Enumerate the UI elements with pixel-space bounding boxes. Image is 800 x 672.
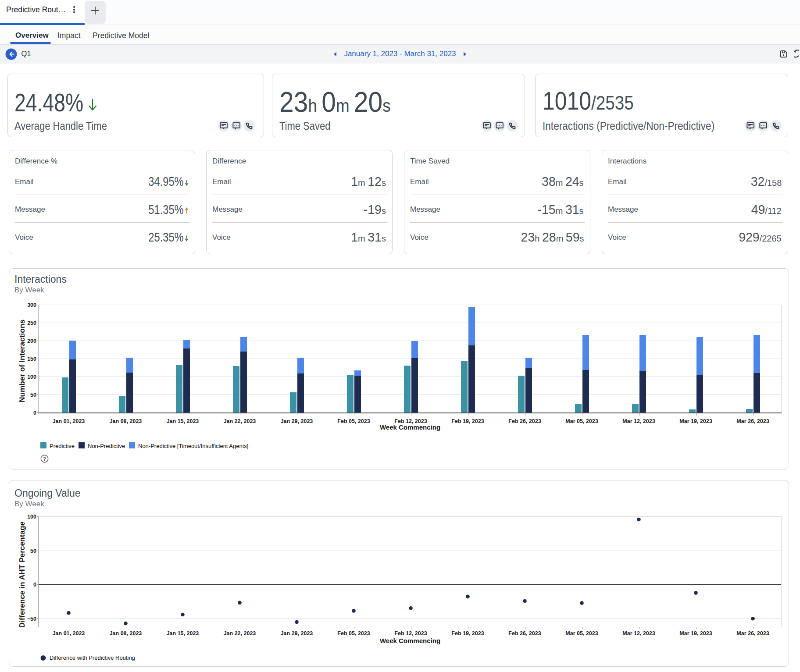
svg-text:Mar 26, 2023: Mar 26, 2023 <box>736 630 769 636</box>
svg-text:Jan 01, 2023: Jan 01, 2023 <box>53 630 85 636</box>
svg-text:?: ? <box>43 456 46 462</box>
svg-text:Jan 01, 2023: Jan 01, 2023 <box>53 418 85 424</box>
svg-text:Feb 05, 2023: Feb 05, 2023 <box>337 630 370 636</box>
svg-text:Difference in AHT Percentage: Difference in AHT Percentage <box>18 521 26 628</box>
svg-text:0: 0 <box>33 410 36 416</box>
svg-text:Jan 08, 2023: Jan 08, 2023 <box>110 630 142 636</box>
svg-text:Mar 05, 2023: Mar 05, 2023 <box>565 418 598 424</box>
svg-text:50: 50 <box>30 548 36 554</box>
svg-text:Week Commencing: Week Commencing <box>380 637 440 644</box>
svg-text:Mar 12, 2023: Mar 12, 2023 <box>622 630 655 636</box>
svg-text:Jan 22, 2023: Jan 22, 2023 <box>224 418 256 424</box>
svg-text:Predictive: Predictive <box>50 443 75 449</box>
svg-text:Jan 15, 2023: Jan 15, 2023 <box>167 630 199 636</box>
svg-text:Non-Predictive [Timeout/Insuff: Non-Predictive [Timeout/Insufficient Age… <box>138 443 248 449</box>
svg-text:300: 300 <box>27 302 36 308</box>
svg-text:Week Commencing: Week Commencing <box>380 423 440 431</box>
svg-text:Jan 29, 2023: Jan 29, 2023 <box>281 630 313 636</box>
svg-text:Mar 12, 2023: Mar 12, 2023 <box>622 418 655 424</box>
svg-text:−50: −50 <box>27 616 36 622</box>
svg-text:50: 50 <box>30 392 36 398</box>
svg-text:Mar 05, 2023: Mar 05, 2023 <box>565 630 598 636</box>
svg-text:Feb 26, 2023: Feb 26, 2023 <box>508 418 541 424</box>
svg-text:Number of Interactions: Number of Interactions <box>18 320 26 402</box>
svg-text:Mar 19, 2023: Mar 19, 2023 <box>679 418 712 424</box>
svg-text:Difference with Predictive Rou: Difference with Predictive Routing <box>50 654 135 661</box>
svg-text:200: 200 <box>27 338 36 344</box>
svg-text:Jan 15, 2023: Jan 15, 2023 <box>167 418 199 424</box>
svg-text:Feb 19, 2023: Feb 19, 2023 <box>451 418 484 424</box>
svg-text:250: 250 <box>27 320 36 326</box>
svg-text:100: 100 <box>27 374 36 380</box>
svg-text:Jan 29, 2023: Jan 29, 2023 <box>281 418 313 424</box>
svg-text:Jan 08, 2023: Jan 08, 2023 <box>110 418 142 424</box>
svg-text:Feb 05, 2023: Feb 05, 2023 <box>337 418 370 424</box>
svg-text:Feb 19, 2023: Feb 19, 2023 <box>451 630 484 636</box>
svg-text:Feb 12, 2023: Feb 12, 2023 <box>394 630 427 636</box>
svg-text:100: 100 <box>27 514 36 520</box>
svg-text:Mar 26, 2023: Mar 26, 2023 <box>736 418 769 424</box>
svg-text:Mar 19, 2023: Mar 19, 2023 <box>679 630 712 636</box>
svg-text:0: 0 <box>33 582 36 588</box>
svg-text:Jan 22, 2023: Jan 22, 2023 <box>224 630 256 636</box>
svg-text:Feb 26, 2023: Feb 26, 2023 <box>508 630 541 636</box>
svg-text:Non-Predictive: Non-Predictive <box>88 443 125 449</box>
svg-text:150: 150 <box>27 356 36 362</box>
